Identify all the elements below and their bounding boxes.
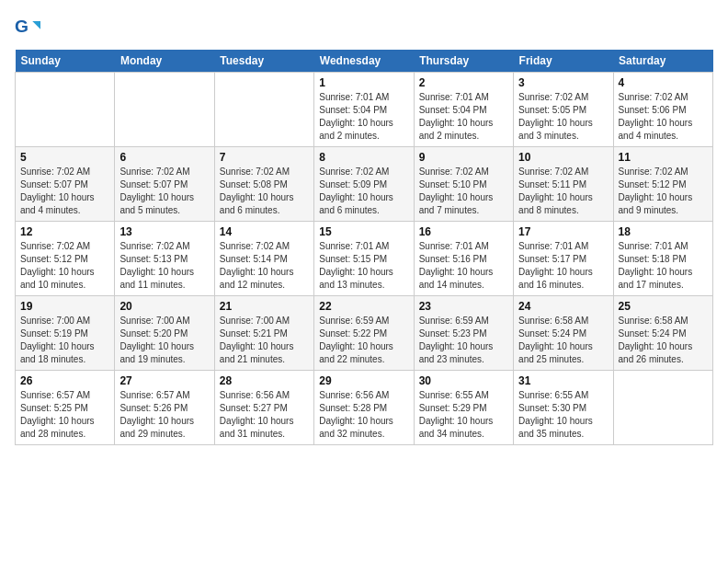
- logo: G: [15, 15, 44, 40]
- day-info: Sunrise: 7:00 AM Sunset: 5:20 PM Dayligh…: [119, 315, 209, 366]
- day-number: 20: [119, 300, 209, 313]
- day-info: Sunrise: 7:01 AM Sunset: 5:15 PM Dayligh…: [319, 240, 408, 292]
- day-number: 24: [518, 300, 608, 313]
- day-header-tuesday: Tuesday: [214, 50, 313, 73]
- day-cell: 22Sunrise: 6:59 AM Sunset: 5:22 PM Dayli…: [314, 296, 414, 371]
- day-cell: 12Sunrise: 7:02 AM Sunset: 5:12 PM Dayli…: [16, 222, 115, 296]
- day-cell: 28Sunrise: 6:56 AM Sunset: 5:27 PM Dayli…: [214, 371, 313, 445]
- day-number: 12: [20, 225, 109, 238]
- day-number: 11: [619, 151, 708, 164]
- day-number: 26: [20, 374, 109, 387]
- day-info: Sunrise: 6:59 AM Sunset: 5:23 PM Dayligh…: [419, 315, 508, 366]
- day-cell: 20Sunrise: 7:00 AM Sunset: 5:20 PM Dayli…: [115, 296, 214, 371]
- day-cell: [613, 371, 712, 445]
- day-number: 17: [518, 225, 608, 238]
- day-header-sunday: Sunday: [16, 50, 115, 73]
- day-number: 8: [319, 151, 408, 164]
- day-cell: 11Sunrise: 7:02 AM Sunset: 5:12 PM Dayli…: [613, 147, 712, 222]
- day-number: 6: [119, 151, 209, 164]
- week-row-1: 1Sunrise: 7:01 AM Sunset: 5:04 PM Daylig…: [16, 73, 713, 147]
- day-info: Sunrise: 7:02 AM Sunset: 5:05 PM Dayligh…: [518, 91, 608, 143]
- day-header-friday: Friday: [514, 50, 613, 73]
- week-row-2: 5Sunrise: 7:02 AM Sunset: 5:07 PM Daylig…: [16, 147, 713, 222]
- day-info: Sunrise: 6:59 AM Sunset: 5:22 PM Dayligh…: [319, 315, 408, 366]
- day-number: 7: [220, 151, 309, 164]
- day-cell: 16Sunrise: 7:01 AM Sunset: 5:16 PM Dayli…: [414, 222, 513, 296]
- day-cell: 23Sunrise: 6:59 AM Sunset: 5:23 PM Dayli…: [414, 296, 513, 371]
- day-cell: 30Sunrise: 6:55 AM Sunset: 5:29 PM Dayli…: [414, 371, 513, 445]
- day-cell: 3Sunrise: 7:02 AM Sunset: 5:05 PM Daylig…: [514, 73, 613, 147]
- day-header-saturday: Saturday: [613, 50, 712, 73]
- day-info: Sunrise: 7:00 AM Sunset: 5:19 PM Dayligh…: [20, 315, 109, 366]
- day-info: Sunrise: 7:02 AM Sunset: 5:13 PM Dayligh…: [119, 240, 209, 292]
- day-info: Sunrise: 7:02 AM Sunset: 5:14 PM Dayligh…: [220, 240, 309, 292]
- day-info: Sunrise: 7:02 AM Sunset: 5:10 PM Dayligh…: [419, 166, 508, 217]
- day-cell: 27Sunrise: 6:57 AM Sunset: 5:26 PM Dayli…: [115, 371, 214, 445]
- day-number: 23: [419, 300, 508, 313]
- week-row-3: 12Sunrise: 7:02 AM Sunset: 5:12 PM Dayli…: [16, 222, 713, 296]
- logo-icon: G: [15, 15, 40, 40]
- day-info: Sunrise: 6:56 AM Sunset: 5:28 PM Dayligh…: [319, 389, 408, 441]
- svg-text:G: G: [15, 17, 28, 36]
- day-info: Sunrise: 7:02 AM Sunset: 5:12 PM Dayligh…: [619, 166, 708, 217]
- day-number: 10: [518, 151, 608, 164]
- day-info: Sunrise: 7:02 AM Sunset: 5:11 PM Dayligh…: [518, 166, 608, 217]
- day-number: 13: [119, 225, 209, 238]
- page-header: G: [15, 15, 713, 40]
- day-number: 5: [20, 151, 109, 164]
- day-info: Sunrise: 6:56 AM Sunset: 5:27 PM Dayligh…: [220, 389, 309, 441]
- svg-marker-1: [32, 21, 40, 29]
- day-cell: 2Sunrise: 7:01 AM Sunset: 5:04 PM Daylig…: [414, 73, 513, 147]
- day-info: Sunrise: 7:02 AM Sunset: 5:07 PM Dayligh…: [119, 166, 209, 217]
- day-cell: 14Sunrise: 7:02 AM Sunset: 5:14 PM Dayli…: [214, 222, 313, 296]
- day-number: 22: [319, 300, 408, 313]
- day-number: 9: [419, 151, 508, 164]
- day-info: Sunrise: 7:01 AM Sunset: 5:18 PM Dayligh…: [619, 240, 708, 292]
- day-header-monday: Monday: [115, 50, 214, 73]
- day-cell: [214, 73, 313, 147]
- day-cell: 10Sunrise: 7:02 AM Sunset: 5:11 PM Dayli…: [514, 147, 613, 222]
- day-number: 31: [518, 374, 608, 387]
- day-info: Sunrise: 7:02 AM Sunset: 5:09 PM Dayligh…: [319, 166, 408, 217]
- day-cell: 6Sunrise: 7:02 AM Sunset: 5:07 PM Daylig…: [115, 147, 214, 222]
- day-number: 18: [619, 225, 708, 238]
- day-number: 4: [619, 76, 708, 89]
- day-number: 29: [319, 374, 408, 387]
- day-number: 3: [518, 76, 608, 89]
- day-info: Sunrise: 6:55 AM Sunset: 5:29 PM Dayligh…: [419, 389, 508, 441]
- day-number: 30: [419, 374, 508, 387]
- day-info: Sunrise: 6:57 AM Sunset: 5:25 PM Dayligh…: [20, 389, 109, 441]
- day-cell: 17Sunrise: 7:01 AM Sunset: 5:17 PM Dayli…: [514, 222, 613, 296]
- day-info: Sunrise: 6:57 AM Sunset: 5:26 PM Dayligh…: [119, 389, 209, 441]
- day-number: 16: [419, 225, 508, 238]
- day-number: 21: [220, 300, 309, 313]
- day-info: Sunrise: 7:02 AM Sunset: 5:08 PM Dayligh…: [220, 166, 309, 217]
- day-cell: 5Sunrise: 7:02 AM Sunset: 5:07 PM Daylig…: [16, 147, 115, 222]
- calendar-table: SundayMondayTuesdayWednesdayThursdayFrid…: [15, 50, 713, 445]
- day-header-wednesday: Wednesday: [314, 50, 414, 73]
- day-cell: 13Sunrise: 7:02 AM Sunset: 5:13 PM Dayli…: [115, 222, 214, 296]
- day-info: Sunrise: 7:02 AM Sunset: 5:06 PM Dayligh…: [619, 91, 708, 143]
- day-number: 19: [20, 300, 109, 313]
- day-info: Sunrise: 7:01 AM Sunset: 5:04 PM Dayligh…: [419, 91, 508, 143]
- day-number: 14: [220, 225, 309, 238]
- day-number: 28: [220, 374, 309, 387]
- day-number: 2: [419, 76, 508, 89]
- day-number: 1: [319, 76, 408, 89]
- day-cell: 25Sunrise: 6:58 AM Sunset: 5:24 PM Dayli…: [613, 296, 712, 371]
- day-cell: 9Sunrise: 7:02 AM Sunset: 5:10 PM Daylig…: [414, 147, 513, 222]
- day-cell: 18Sunrise: 7:01 AM Sunset: 5:18 PM Dayli…: [613, 222, 712, 296]
- day-info: Sunrise: 7:02 AM Sunset: 5:07 PM Dayligh…: [20, 166, 109, 217]
- day-info: Sunrise: 7:02 AM Sunset: 5:12 PM Dayligh…: [20, 240, 109, 292]
- day-cell: 15Sunrise: 7:01 AM Sunset: 5:15 PM Dayli…: [314, 222, 414, 296]
- day-cell: 19Sunrise: 7:00 AM Sunset: 5:19 PM Dayli…: [16, 296, 115, 371]
- week-row-4: 19Sunrise: 7:00 AM Sunset: 5:19 PM Dayli…: [16, 296, 713, 371]
- day-cell: 31Sunrise: 6:55 AM Sunset: 5:30 PM Dayli…: [514, 371, 613, 445]
- day-cell: [115, 73, 214, 147]
- day-cell: [16, 73, 115, 147]
- day-number: 27: [119, 374, 209, 387]
- day-cell: 24Sunrise: 6:58 AM Sunset: 5:24 PM Dayli…: [514, 296, 613, 371]
- week-row-5: 26Sunrise: 6:57 AM Sunset: 5:25 PM Dayli…: [16, 371, 713, 445]
- day-cell: 7Sunrise: 7:02 AM Sunset: 5:08 PM Daylig…: [214, 147, 313, 222]
- day-number: 15: [319, 225, 408, 238]
